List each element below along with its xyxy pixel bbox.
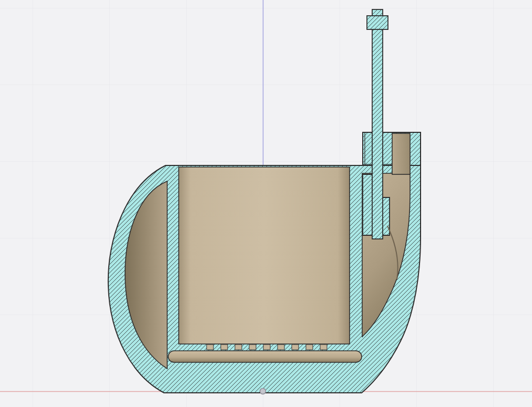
cad-viewport[interactable] <box>0 0 532 407</box>
strainer-hole <box>207 345 213 350</box>
strainer-hole <box>235 345 242 350</box>
strainer-hole <box>263 345 270 350</box>
strainer-hole <box>249 345 256 350</box>
section-canvas[interactable] <box>0 0 532 407</box>
inlet-tower-section <box>363 132 421 165</box>
strainer-hole <box>221 345 228 350</box>
cup-interior-surface <box>179 167 350 344</box>
strainer-hole <box>320 345 327 350</box>
upper-channel-surface <box>392 133 410 174</box>
bottom-tube-surface <box>168 351 362 362</box>
strainer-hole <box>292 345 299 350</box>
strainer-hole <box>306 345 313 350</box>
rod-cap-section <box>367 16 388 29</box>
origin-marker[interactable] <box>260 389 266 394</box>
strainer-holes <box>207 345 327 350</box>
strainer-hole <box>278 345 284 350</box>
plunger-rod-section <box>372 9 383 239</box>
